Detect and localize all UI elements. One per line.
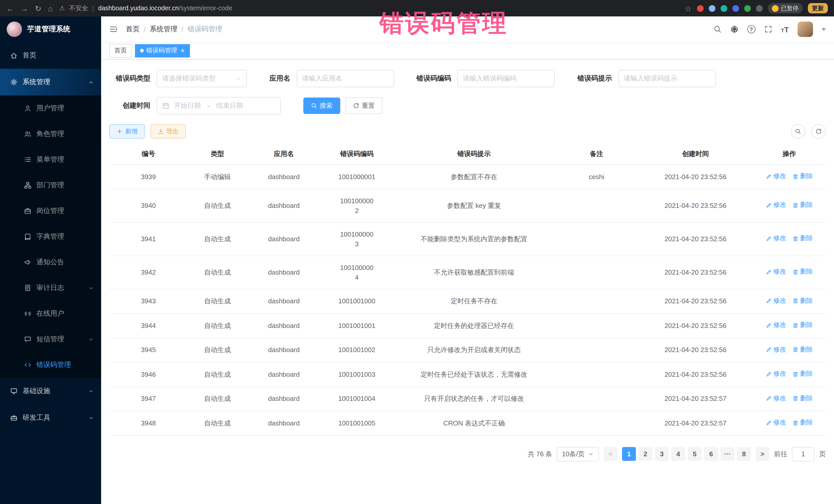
extension-icon[interactable] — [720, 5, 727, 12]
delete-link[interactable]: 删除 — [792, 296, 813, 306]
github-icon[interactable] — [730, 25, 738, 34]
sidebar-item-post-management[interactable]: 岗位管理 — [0, 198, 101, 224]
extension-icon[interactable] — [732, 5, 739, 12]
edit-link[interactable]: 修改 — [766, 418, 786, 428]
type-cell: 自动生成 — [188, 222, 248, 256]
sidebar-item-dept-management[interactable]: 部门管理 — [0, 172, 101, 198]
breadcrumb-item: 错误码管理 — [188, 25, 222, 34]
sidebar-item-sms-management[interactable]: 短信管理 — [0, 326, 101, 352]
sidebar-item-role-management[interactable]: 角色管理 — [0, 121, 101, 147]
delete-link[interactable]: 删除 — [792, 200, 813, 210]
delete-link[interactable]: 删除 — [792, 345, 813, 354]
sidebar-item-system-management[interactable]: 系统管理 — [0, 69, 101, 95]
date-range-picker[interactable]: 开始日期 - 结束日期 — [156, 97, 281, 114]
search-toggle-button[interactable] — [791, 124, 805, 138]
error-code-input[interactable]: 请输入错误码编码 — [457, 70, 555, 87]
delete-link[interactable]: 删除 — [792, 393, 813, 403]
delete-link[interactable]: 删除 — [792, 418, 813, 428]
home-icon[interactable]: ⌂ — [48, 4, 52, 12]
back-icon[interactable]: ← — [6, 4, 14, 12]
delete-link[interactable]: 删除 — [792, 171, 813, 181]
add-button[interactable]: 新增 — [109, 124, 145, 138]
extension-icon[interactable] — [708, 5, 715, 12]
pager-page-4[interactable]: 4 — [671, 447, 685, 461]
download-icon — [158, 128, 164, 134]
bookmark-star-icon[interactable]: ☆ — [685, 4, 692, 12]
breadcrumb-item[interactable]: 系统管理 — [150, 25, 178, 34]
search-icon — [311, 103, 317, 109]
delete-link[interactable]: 删除 — [792, 234, 813, 243]
sidebar-item-infrastructure[interactable]: 基础设施 — [0, 378, 101, 404]
reset-button[interactable]: 重置 — [345, 97, 382, 114]
app-name-input[interactable]: 请输入应用名 — [297, 70, 394, 87]
address-bar[interactable]: ⚠ 不安全 | dashboard.yudao.iocoder.cn/syste… — [59, 4, 232, 13]
delete-link[interactable]: 删除 — [792, 369, 813, 379]
edit-link[interactable]: 修改 — [766, 296, 786, 306]
help-icon[interactable]: ? — [747, 25, 755, 34]
delete-link[interactable]: 删除 — [792, 320, 813, 330]
pager-more-button[interactable]: ··· — [721, 447, 734, 461]
edit-link[interactable]: 修改 — [766, 320, 786, 330]
sidebar-item-error-code-management[interactable]: 错误码管理 — [0, 352, 101, 378]
trash-icon — [792, 346, 798, 353]
refresh-table-button[interactable] — [811, 124, 826, 138]
sidebar-item-notice-announcement[interactable]: 通知公告 — [0, 249, 101, 275]
goto-page-input[interactable]: 1 — [792, 447, 814, 461]
search-button[interactable]: 搜索 — [303, 97, 340, 114]
breadcrumb-item[interactable]: 首页 — [126, 25, 139, 34]
sidebar-item-audit-log[interactable]: 审计日志 — [0, 275, 101, 301]
error-type-select[interactable]: 请选择错误码类型 — [156, 70, 247, 87]
pager-page-8[interactable]: 8 — [737, 447, 751, 461]
edit-link[interactable]: 修改 — [766, 200, 786, 210]
column-header: 错误码编码 — [320, 144, 393, 165]
avatar-caret-icon[interactable] — [822, 28, 826, 30]
next-page-button[interactable]: > — [755, 447, 769, 461]
sidebar-item-dict-management[interactable]: 字典管理 — [0, 224, 101, 249]
sidebar-item-user-management[interactable]: 用户管理 — [0, 95, 101, 121]
edit-link[interactable]: 修改 — [766, 267, 786, 277]
tab-home[interactable]: 首页 — [109, 44, 132, 57]
pager-page-6[interactable]: 6 — [704, 447, 718, 461]
forward-icon[interactable]: → — [21, 4, 28, 12]
tab-active-dot — [140, 49, 144, 52]
sidebar-item-online-users[interactable]: 在线用户 — [0, 301, 101, 326]
sidebar-item-menu-management[interactable]: 菜单管理 — [0, 147, 101, 172]
prev-page-button[interactable]: < — [603, 447, 617, 461]
sidebar-item-home[interactable]: 首页 — [0, 42, 101, 69]
content: 错误码类型 请选择错误码类型 应用名 请输入应用名 — [101, 60, 834, 504]
edit-link[interactable]: 修改 — [766, 171, 786, 181]
pager-page-3[interactable]: 3 — [655, 447, 669, 461]
pager-page-1[interactable]: 1 — [622, 447, 636, 461]
fullscreen-icon[interactable] — [764, 25, 772, 34]
pager-page-5[interactable]: 5 — [688, 447, 702, 461]
tab-error-code-management[interactable]: 错误码管理× — [135, 44, 190, 57]
edit-link[interactable]: 修改 — [766, 345, 786, 354]
extension-icon[interactable] — [756, 5, 762, 12]
tab-close-icon[interactable]: × — [181, 47, 184, 54]
browser-update-button[interactable]: 更新 — [808, 3, 828, 13]
table-row: 3948自动生成dashboard1001001005CRON 表达式不正确20… — [109, 411, 826, 435]
delete-link[interactable]: 删除 — [792, 267, 813, 277]
reload-icon[interactable]: ↻ — [35, 4, 41, 12]
pager-page-2[interactable]: 2 — [638, 447, 652, 461]
edit-link[interactable]: 修改 — [766, 234, 786, 243]
paused-profile-badge[interactable]: 已暂停 — [768, 3, 803, 13]
edit-icon — [766, 298, 772, 304]
search-icon[interactable] — [713, 25, 721, 34]
user-avatar[interactable] — [797, 22, 813, 37]
app-logo[interactable]: 芋道管理系统 — [0, 17, 101, 42]
msg-cell: 定时任务的处理器已经存在 — [393, 313, 555, 338]
export-button[interactable]: 导出 — [150, 124, 186, 138]
extension-icon[interactable] — [697, 5, 703, 12]
font-size-icon[interactable]: TT — [781, 25, 789, 33]
error-msg-input[interactable]: 请输入错误码提示 — [618, 70, 716, 87]
edit-link[interactable]: 修改 — [766, 393, 786, 403]
chevron-down-icon — [236, 76, 241, 81]
page-body: 芋道管理系统 首页系统管理用户管理角色管理菜单管理部门管理岗位管理字典管理通知公… — [0, 17, 834, 504]
edit-link[interactable]: 修改 — [766, 369, 786, 379]
hamburger-icon[interactable] — [109, 25, 117, 34]
extension-icon[interactable] — [744, 5, 751, 12]
sidebar-item-dev-tools[interactable]: 研发工具 — [0, 404, 101, 431]
page-size-select[interactable]: 10条/页 — [557, 447, 599, 461]
table-row: 3939手动编辑dashboard1001000001参数配置不存在ceshi2… — [109, 165, 826, 189]
